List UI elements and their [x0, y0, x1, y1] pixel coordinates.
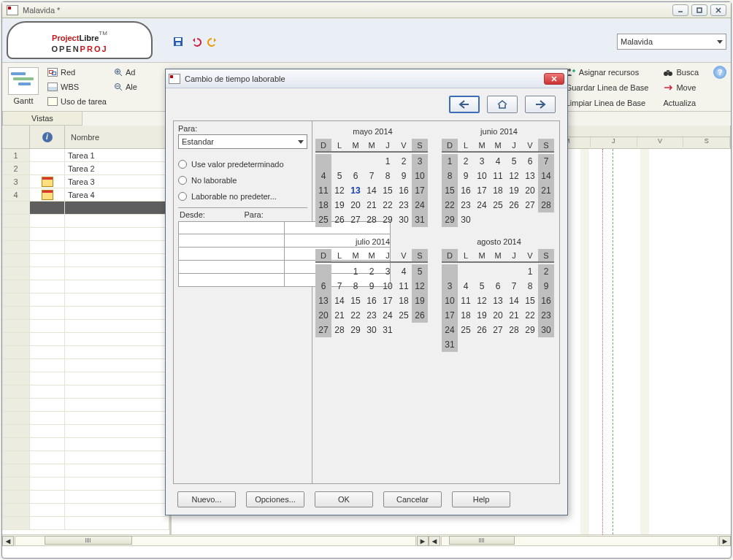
day-cell[interactable]: 2 [458, 154, 474, 169]
new-button[interactable]: Nuevo... [177, 491, 236, 507]
day-cell[interactable]: 1 [442, 154, 458, 169]
table-row[interactable] [2, 228, 169, 241]
tab-vistas[interactable]: Vistas [2, 112, 82, 126]
day-cell[interactable]: 7 [331, 279, 348, 294]
day-cell[interactable]: 2 [364, 264, 380, 279]
table-row[interactable] [2, 438, 169, 451]
day-cell[interactable]: 3 [380, 264, 396, 279]
day-cell[interactable]: 27 [315, 323, 331, 337]
day-cell[interactable]: 13 [315, 294, 331, 308]
table-row[interactable] [2, 464, 169, 477]
day-cell[interactable]: 30 [396, 212, 412, 227]
day-cell[interactable]: 25 [396, 308, 412, 323]
day-cell[interactable]: 12 [474, 294, 490, 308]
view-task-usage[interactable]: Uso de tarea [47, 95, 107, 108]
update[interactable]: Actualiza [663, 96, 699, 110]
table-row[interactable] [2, 399, 169, 412]
col-info[interactable]: i [30, 126, 65, 148]
day-cell[interactable]: 20 [522, 183, 538, 198]
day-cell[interactable]: 5 [331, 169, 348, 183]
day-cell[interactable]: 28 [331, 323, 348, 337]
help-button[interactable]: Help [452, 491, 510, 507]
ok-button[interactable]: OK [315, 491, 373, 507]
day-cell[interactable]: 26 [474, 323, 490, 337]
table-row[interactable] [2, 241, 169, 254]
move[interactable]: Move [663, 81, 699, 94]
table-row[interactable] [2, 307, 169, 320]
day-cell[interactable]: 12 [331, 183, 348, 198]
help-icon[interactable]: ? [713, 66, 726, 79]
day-cell[interactable]: 14 [506, 294, 522, 308]
dialog-close-button[interactable] [544, 73, 564, 85]
table-row[interactable] [2, 451, 169, 464]
day-cell[interactable]: 26 [506, 198, 522, 212]
day-cell[interactable]: 25 [490, 198, 506, 212]
day-cell[interactable]: 11 [458, 294, 474, 308]
day-cell[interactable]: 5 [506, 154, 522, 169]
day-cell[interactable]: 7 [364, 169, 380, 183]
day-cell[interactable]: 8 [442, 169, 458, 183]
selected-empty-row[interactable] [2, 202, 169, 215]
day-cell[interactable]: 22 [348, 308, 364, 323]
table-row[interactable] [2, 386, 169, 399]
day-cell[interactable]: 3 [474, 154, 490, 169]
day-cell[interactable]: 17 [474, 183, 490, 198]
view-wbs[interactable]: WBS [47, 80, 107, 93]
day-cell[interactable]: 3 [412, 154, 428, 169]
day-cell[interactable]: 16 [538, 294, 554, 308]
day-cell[interactable]: 11 [396, 279, 412, 294]
table-row[interactable]: 4 Tarea 4 [2, 188, 169, 202]
day-cell[interactable]: 31 [380, 323, 396, 337]
day-cell[interactable]: 29 [380, 212, 396, 227]
day-cell[interactable]: 28 [506, 323, 522, 337]
table-row[interactable] [2, 333, 169, 346]
day-cell[interactable]: 9 [538, 279, 554, 294]
table-row[interactable] [2, 372, 169, 386]
day-cell[interactable]: 28 [364, 212, 380, 227]
scroll-right-icon[interactable]: ► [719, 536, 731, 546]
day-cell[interactable]: 5 [474, 279, 490, 294]
day-cell[interactable]: 6 [348, 169, 364, 183]
day-cell[interactable]: 22 [380, 198, 396, 212]
day-cell[interactable]: 26 [331, 212, 348, 227]
day-cell[interactable]: 17 [412, 183, 428, 198]
save-baseline[interactable]: Guardar Linea de Base [566, 81, 649, 94]
day-cell[interactable]: 9 [396, 169, 412, 183]
day-cell[interactable]: 1 [348, 264, 364, 279]
day-cell[interactable]: 23 [396, 198, 412, 212]
day-cell[interactable]: 6 [522, 154, 538, 169]
day-cell[interactable]: 14 [538, 169, 554, 183]
day-cell[interactable]: 20 [490, 308, 506, 323]
gantt-icon[interactable] [8, 67, 39, 95]
close-button[interactable] [710, 4, 726, 16]
day-cell[interactable]: 29 [348, 323, 364, 337]
day-cell[interactable]: 31 [442, 337, 458, 352]
from-5[interactable] [178, 274, 285, 287]
table-row[interactable] [2, 254, 169, 267]
day-cell[interactable]: 18 [490, 183, 506, 198]
from-1[interactable] [178, 221, 285, 234]
table-row[interactable] [2, 412, 169, 425]
day-cell[interactable]: 19 [331, 198, 348, 212]
col-name[interactable]: Nombre [65, 126, 169, 148]
day-cell[interactable]: 2 [396, 154, 412, 169]
day-cell[interactable]: 20 [348, 198, 364, 212]
maximize-button[interactable] [691, 4, 707, 16]
day-cell[interactable]: 16 [458, 183, 474, 198]
day-cell[interactable]: 30 [538, 323, 554, 337]
day-cell[interactable]: 6 [315, 279, 331, 294]
from-3[interactable] [178, 248, 285, 261]
assign-resources[interactable]: Asignar recursos [566, 66, 649, 79]
options-button[interactable]: Opciones... [246, 491, 304, 507]
day-cell[interactable]: 5 [412, 264, 428, 279]
radio-default[interactable]: Use valor predeterminado [178, 156, 307, 172]
day-cell[interactable]: 28 [538, 198, 554, 212]
find[interactable]: Busca [663, 66, 699, 79]
table-row[interactable] [2, 280, 169, 294]
day-cell[interactable]: 6 [490, 279, 506, 294]
day-cell[interactable]: 25 [315, 212, 331, 227]
day-cell[interactable]: 22 [522, 308, 538, 323]
day-cell[interactable]: 23 [364, 308, 380, 323]
redo-icon[interactable] [207, 35, 220, 48]
day-cell[interactable]: 8 [522, 279, 538, 294]
